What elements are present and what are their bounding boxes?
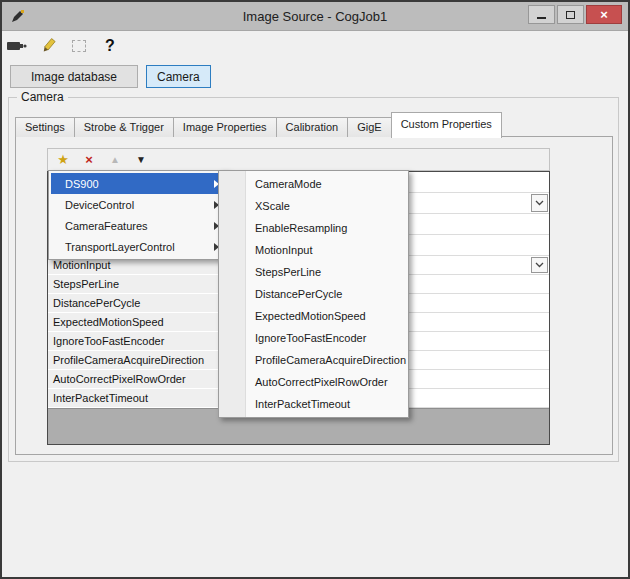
property-name: InterPacketTimeout	[48, 389, 226, 408]
submenu-item[interactable]: StepsPerLine	[221, 261, 406, 283]
submenu-item-label: CameraMode	[255, 178, 322, 190]
tab[interactable]: Image Properties	[173, 117, 277, 137]
submenu-item[interactable]: InterPacketTimeout	[221, 393, 406, 415]
chevron-down-icon	[535, 262, 544, 268]
acquire-button[interactable]	[6, 35, 28, 57]
submenu-item[interactable]: CameraMode	[221, 173, 406, 195]
camera-groupbox-label: Camera	[17, 90, 68, 104]
minimize-button[interactable]	[528, 5, 555, 24]
submenu-item-label: InterPacketTimeout	[255, 398, 350, 410]
submenu-item-label: MotionInput	[255, 244, 312, 256]
move-up-icon: ▲	[110, 155, 120, 165]
property-name: IgnoreTooFastEncoder	[48, 332, 226, 351]
property-name: AutoCorrectPixelRowOrder	[48, 370, 226, 389]
dropdown-button[interactable]	[531, 257, 548, 273]
tab[interactable]: GigE	[347, 117, 391, 137]
property-name: StepsPerLine	[48, 275, 226, 294]
close-button[interactable]: ×	[586, 5, 622, 24]
live-disabled-icon	[72, 40, 86, 52]
add-button[interactable]: ★	[54, 151, 72, 169]
submenu-item-label: AutoCorrectPixelRowOrder	[255, 376, 388, 388]
menu-item-label: DeviceControl	[65, 199, 134, 211]
move-down-button[interactable]: ▼	[132, 151, 150, 169]
submenu-item[interactable]: ExpectedMotionSpeed	[221, 305, 406, 327]
delete-icon: ×	[85, 153, 93, 166]
maximize-button[interactable]	[557, 5, 584, 24]
context-menu-item[interactable]: CameraFeatures	[51, 215, 225, 236]
camera-button[interactable]: Camera	[146, 65, 211, 88]
minimize-icon	[537, 17, 546, 19]
property-name: ExpectedMotionSpeed	[48, 313, 226, 332]
submenu-item-label: XScale	[255, 200, 290, 212]
context-menu-item[interactable]: TransportLayerControl	[51, 236, 225, 257]
tab[interactable]: Settings	[15, 117, 75, 137]
submenu-item[interactable]: MotionInput	[221, 239, 406, 261]
add-icon: ★	[57, 153, 69, 166]
setup-pen-icon	[39, 38, 57, 55]
menu-item-label: DS900	[65, 178, 99, 190]
context-menu: DS900 DeviceControl CameraFeatures Trans…	[48, 170, 228, 260]
submenu-item-label: IgnoreTooFastEncoder	[255, 332, 366, 344]
move-down-icon: ▼	[136, 155, 146, 165]
source-buttons: Image database Camera	[10, 65, 211, 88]
grid-toolbar: ★ × ▲ ▼	[47, 148, 550, 171]
submenu-item[interactable]: IgnoreTooFastEncoder	[221, 327, 406, 349]
delete-button[interactable]: ×	[80, 151, 98, 169]
submenu-item[interactable]: ProfileCameraAcquireDirection	[221, 349, 406, 371]
tab[interactable]: Strobe & Trigger	[74, 117, 174, 137]
context-menu-item[interactable]: DS900	[51, 173, 225, 194]
submenu: CameraMode XScale EnableResampling Motio…	[218, 170, 409, 418]
acquire-icon	[7, 38, 27, 54]
property-name: ProfileCameraAcquireDirection	[48, 351, 226, 370]
submenu-item[interactable]: DistancePerCycle	[221, 283, 406, 305]
tab[interactable]: Calibration	[276, 117, 349, 137]
tab[interactable]: Custom Properties	[391, 112, 502, 138]
setup-button[interactable]	[37, 35, 59, 57]
submenu-item[interactable]: EnableResampling	[221, 217, 406, 239]
tab-strip: SettingsStrobe & TriggerImage Properties…	[15, 111, 501, 137]
submenu-item[interactable]: XScale	[221, 195, 406, 217]
main-toolbar: ?	[6, 34, 121, 58]
submenu-item[interactable]: AutoCorrectPixelRowOrder	[221, 371, 406, 393]
submenu-item-label: ProfileCameraAcquireDirection	[255, 354, 406, 366]
submenu-item-label: ExpectedMotionSpeed	[255, 310, 366, 322]
image-database-button[interactable]: Image database	[10, 65, 138, 88]
close-icon: ×	[600, 6, 608, 23]
live-video-button	[68, 35, 90, 57]
menu-item-label: TransportLayerControl	[65, 241, 175, 253]
help-button[interactable]: ?	[99, 35, 121, 57]
property-name: DistancePerCycle	[48, 294, 226, 313]
maximize-icon	[566, 11, 575, 19]
dropdown-button[interactable]	[531, 194, 548, 212]
help-icon: ?	[105, 37, 115, 55]
move-up-button[interactable]: ▲	[106, 151, 124, 169]
submenu-item-label: StepsPerLine	[255, 266, 321, 278]
titlebar[interactable]: Image Source - CogJob1 ×	[2, 2, 628, 31]
submenu-item-label: EnableResampling	[255, 222, 347, 234]
chevron-down-icon	[535, 200, 544, 206]
caption-buttons: ×	[528, 5, 622, 24]
image-source-window: Image Source - CogJob1 × ? Image databas…	[0, 0, 630, 579]
context-menu-item[interactable]: DeviceControl	[51, 194, 225, 215]
submenu-item-label: DistancePerCycle	[255, 288, 342, 300]
menu-item-label: CameraFeatures	[65, 220, 148, 232]
